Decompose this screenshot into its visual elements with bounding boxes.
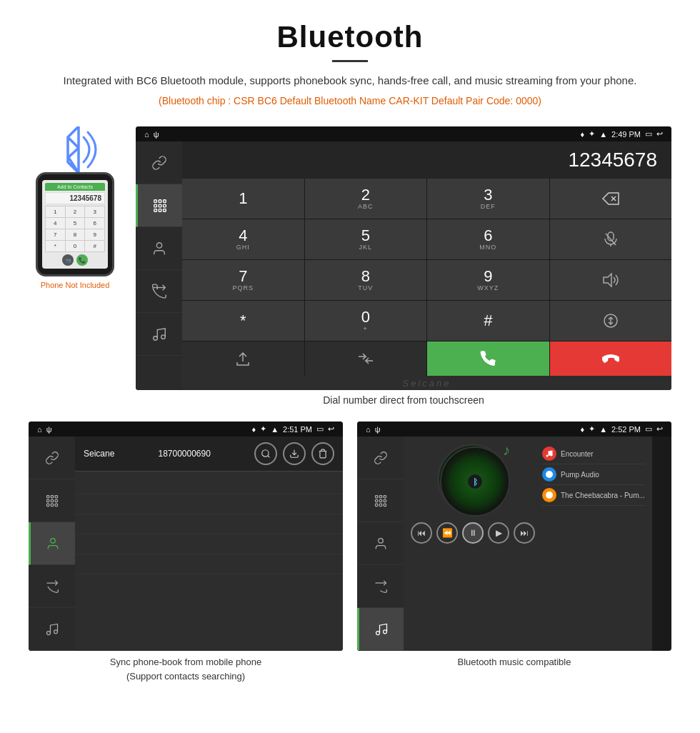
dial-key-0[interactable]: 0 + — [305, 301, 427, 341]
svg-rect-41 — [384, 499, 386, 502]
list-item[interactable] — [75, 554, 343, 574]
next-track-button[interactable]: ⏭ — [514, 522, 535, 544]
list-item[interactable] — [75, 494, 343, 514]
dial-key-backspace[interactable] — [550, 179, 672, 219]
list-item[interactable]: Pump Audio — [542, 464, 645, 485]
dial-key-1[interactable]: 1 — [182, 179, 304, 219]
dial-key-4[interactable]: 4 GHI — [182, 219, 304, 259]
list-item[interactable] — [75, 514, 343, 534]
bluetooth-signal-icon — [54, 126, 96, 169]
list-item[interactable] — [75, 534, 343, 554]
music-sidebar-call[interactable] — [357, 565, 404, 608]
phone-mockup: Add to Contacts 12345678 1 2 3 4 5 6 7 8… — [29, 126, 121, 289]
svg-point-54 — [546, 455, 549, 457]
main-caption: Dial number direct from touchscreen — [136, 390, 671, 414]
contacts-download-btn[interactable] — [283, 442, 306, 465]
phone-screen-number: 12345678 — [45, 192, 105, 204]
contacts-usb-icon: ψ — [46, 425, 52, 434]
phone-body: Add to Contacts 12345678 1 2 3 4 5 6 7 8… — [36, 172, 114, 276]
music-playback-controls: ⏮ ⏪ ⏸ ▶ ⏭ — [411, 522, 535, 544]
svg-line-34 — [268, 456, 270, 458]
dial-key-end[interactable] — [550, 341, 672, 376]
svg-point-11 — [153, 336, 157, 340]
contacts-status-left: ⌂ ψ — [37, 425, 52, 434]
prev-track-button[interactable]: ⏮ — [411, 522, 432, 544]
dial-key-mute[interactable] — [550, 219, 672, 259]
svg-marker-18 — [604, 274, 611, 286]
music-album-art: ᛒ ♪ — [437, 444, 509, 515]
dial-key-swap[interactable] — [550, 301, 672, 341]
contacts-sidebar-call[interactable] — [29, 565, 75, 608]
contacts-home-icon: ⌂ — [37, 425, 42, 434]
dial-key-6[interactable]: 6 MNO — [427, 219, 549, 259]
music-bluetooth-icon: ✦ — [589, 424, 595, 434]
music-sidebar-recent[interactable] — [357, 437, 404, 479]
svg-point-45 — [378, 538, 383, 543]
phone-bottom-buttons: 📹 📞 — [45, 254, 105, 266]
dial-key-8[interactable]: 8 TUV — [305, 260, 427, 300]
dial-key-hash[interactable]: # — [427, 301, 549, 341]
seicane-watermark: Seicane — [403, 378, 451, 389]
phone-key-7: 7 — [46, 229, 65, 240]
car-dialer: 12345678 1 2 ABC 3 DEF — [182, 141, 671, 390]
watermark-area: Seicane — [182, 376, 671, 390]
svg-rect-2 — [164, 199, 166, 202]
sidebar-item-dialpad[interactable] — [136, 184, 182, 227]
sidebar-item-music[interactable] — [136, 313, 182, 356]
music-sidebar-music[interactable] — [357, 608, 404, 651]
phone-key-4: 4 — [46, 218, 65, 229]
back-icon: ↩ — [656, 129, 663, 139]
track-name-pump: Pump Audio — [561, 471, 599, 479]
page-header: Bluetooth Integrated with BC6 Bluetooth … — [0, 0, 700, 126]
page-specs: (Bluetooth chip : CSR BC6 Default Blueto… — [43, 95, 657, 106]
svg-rect-22 — [55, 495, 57, 497]
car-sidebar — [136, 141, 182, 390]
svg-point-29 — [51, 538, 56, 543]
svg-rect-37 — [379, 495, 381, 497]
svg-rect-42 — [375, 504, 377, 506]
contacts-sidebar-recent[interactable] — [29, 437, 75, 479]
track-name-cheeba: The Cheebacabra - Pum... — [561, 492, 645, 499]
svg-rect-25 — [55, 499, 57, 502]
sidebar-item-call-transfer[interactable] — [136, 270, 182, 313]
dial-key-9[interactable]: 9 WXYZ — [427, 260, 549, 300]
contacts-sidebar-contacts[interactable] — [29, 522, 75, 565]
dial-key-call[interactable] — [427, 341, 549, 376]
music-sidebar-contacts[interactable] — [357, 522, 404, 565]
car-screen-main: ⌂ ψ ♦ ✦ ▲ 2:49 PM ▭ ↩ — [136, 126, 671, 390]
dial-key-7[interactable]: 7 PQRS — [182, 260, 304, 300]
contacts-search-btn[interactable] — [254, 442, 277, 465]
dial-key-volume[interactable] — [550, 260, 672, 300]
sidebar-item-recent-calls[interactable] — [136, 141, 182, 184]
contacts-name: Seicane — [84, 449, 114, 459]
dial-key-5[interactable]: 5 JKL — [305, 219, 427, 259]
wifi-icon: ▲ — [599, 130, 607, 139]
list-item[interactable] — [75, 474, 343, 494]
pause-button[interactable]: ⏸ — [462, 522, 484, 544]
contacts-delete-btn[interactable] — [311, 442, 334, 465]
home-icon: ⌂ — [144, 130, 149, 139]
dial-key-3[interactable]: 3 DEF — [427, 179, 549, 219]
music-status-bar: ⌂ ψ ♦ ✦ ▲ 2:52 PM ▭ ↩ — [357, 422, 671, 437]
location-icon: ♦ — [581, 130, 585, 139]
contacts-sidebar-music[interactable] — [29, 608, 75, 651]
rewind-button[interactable]: ⏪ — [436, 522, 458, 544]
dial-key-star[interactable]: * — [182, 301, 304, 341]
svg-point-59 — [546, 492, 553, 499]
contacts-caption: Sync phone-book from mobile phone(Suppor… — [29, 651, 343, 687]
dial-action-transfer[interactable] — [305, 341, 427, 376]
list-item[interactable]: Encounter — [542, 444, 645, 464]
svg-rect-26 — [46, 504, 49, 506]
music-screen: ⌂ ψ ♦ ✦ ▲ 2:52 PM ▭ ↩ — [357, 422, 671, 651]
svg-rect-38 — [384, 495, 386, 497]
play-button[interactable]: ▶ — [488, 522, 509, 544]
contacts-sidebar — [29, 437, 75, 651]
dial-action-upload[interactable] — [182, 341, 304, 376]
music-caption: Bluetooth music compatible — [357, 651, 671, 674]
list-item[interactable]: The Cheebacabra - Pum... — [542, 485, 645, 506]
sidebar-item-contacts[interactable] — [136, 227, 182, 270]
dial-key-2[interactable]: 2 ABC — [305, 179, 427, 219]
music-sidebar-dialpad[interactable] — [357, 479, 404, 522]
svg-rect-23 — [46, 499, 49, 502]
contacts-sidebar-dialpad[interactable] — [29, 479, 75, 522]
